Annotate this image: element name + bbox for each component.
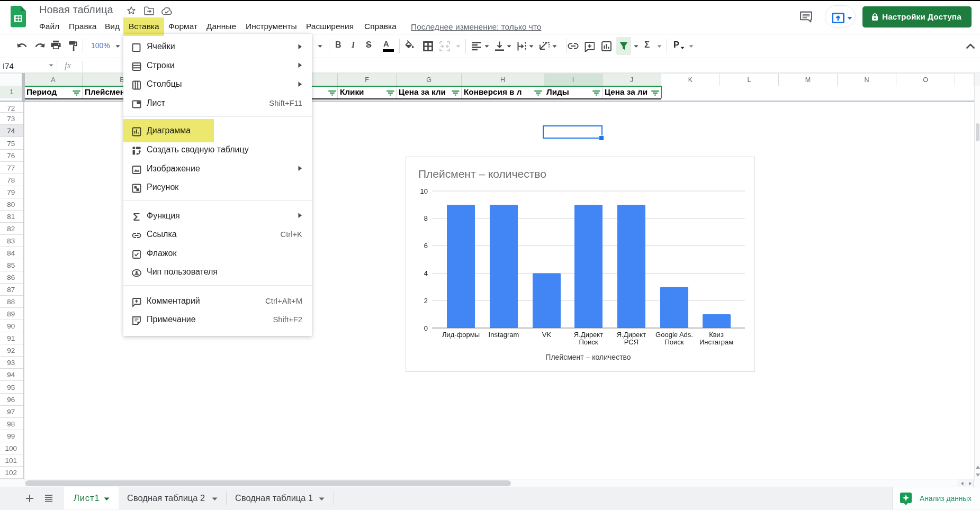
svg-text:4: 4 (424, 269, 428, 277)
svg-text:Плейсмент – количество: Плейсмент – количество (418, 168, 546, 180)
svg-text:Плейсмент – количество: Плейсмент – количество (545, 353, 631, 361)
svg-text:VK: VK (542, 331, 552, 339)
svg-text:Google Ads.: Google Ads. (655, 331, 693, 339)
svg-text:Поиск: Поиск (579, 338, 598, 346)
svg-text:8: 8 (424, 214, 428, 222)
svg-text:Инстаграм: Инстаграм (699, 338, 733, 346)
svg-text:Квиз: Квиз (709, 331, 724, 339)
svg-text:Instagram: Instagram (489, 331, 519, 339)
svg-text:10: 10 (420, 187, 428, 195)
svg-text:0: 0 (424, 324, 428, 332)
svg-text:6: 6 (424, 242, 428, 250)
svg-text:Поиск: Поиск (664, 338, 684, 346)
svg-text:РСЯ: РСЯ (624, 338, 639, 346)
svg-text:Я.Директ: Я.Директ (617, 331, 646, 339)
svg-text:Я.Директ: Я.Директ (574, 331, 603, 339)
svg-text:2: 2 (424, 297, 428, 305)
svg-text:Лид-формы: Лид-формы (442, 331, 480, 339)
